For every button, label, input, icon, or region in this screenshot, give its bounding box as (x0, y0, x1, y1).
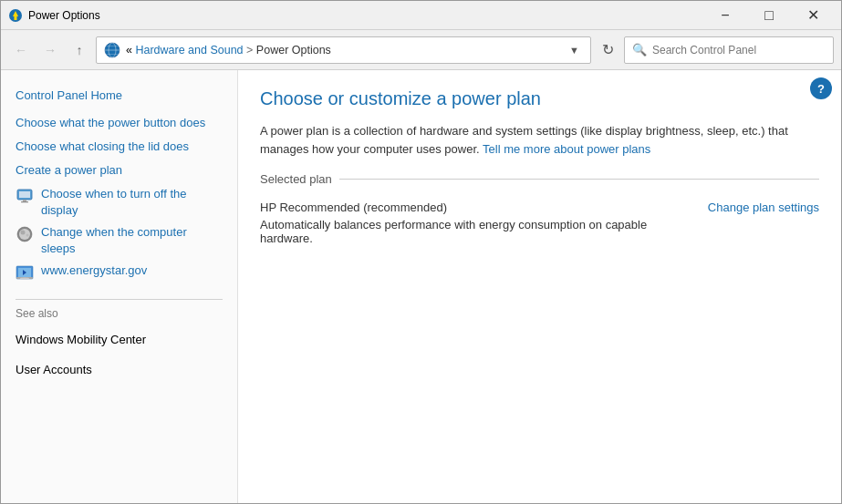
svg-rect-11 (21, 201, 28, 202)
sidebar-section-main: Control Panel Home Choose what the power… (1, 81, 237, 292)
breadcrumb-part2: Power Options (256, 44, 331, 57)
selected-plan-section: Selected plan HP Recommended (recommende… (260, 172, 819, 249)
address-bar: ← → ↑ « Hardware and Sound > Power Optio… (1, 30, 841, 70)
close-button[interactable]: ✕ (792, 1, 834, 30)
tell-more-link[interactable]: Tell me more about power plans (483, 142, 650, 156)
sidebar-item-power-button: Choose what the power button does (16, 111, 223, 135)
window: Power Options − □ ✕ ← → ↑ « Hardware and… (0, 0, 842, 504)
sidebar-item-create-plan: Create a power plan (16, 159, 223, 182)
sidebar-item-computer-sleeps: Change when the computer sleeps (16, 221, 223, 260)
see-also-header: See also (16, 307, 223, 320)
search-box[interactable]: 🔍 (624, 36, 834, 64)
user-accounts-link[interactable]: User Accounts (16, 359, 223, 381)
svg-rect-10 (23, 200, 26, 201)
sidebar: Control Panel Home Choose what the power… (1, 70, 238, 503)
sidebar-item-closing-lid: Choose what closing the lid does (16, 135, 223, 159)
turn-off-display-link[interactable]: Choose when to turn off the display (41, 186, 223, 219)
svg-rect-2 (15, 16, 17, 20)
moon-icon (16, 225, 34, 243)
selected-plan-label: Selected plan (260, 172, 332, 186)
breadcrumb: « Hardware and Sound > Power Options (126, 44, 560, 57)
main-content: Control Panel Home Choose what the power… (1, 70, 841, 503)
breadcrumb-part1[interactable]: Hardware and Sound (135, 44, 243, 57)
search-icon: 🔍 (632, 43, 647, 57)
sidebar-item-windows-mobility: Windows Mobility Center (16, 325, 223, 355)
search-input[interactable] (652, 44, 826, 57)
plan-info: HP Recommended (recommended) Automatical… (260, 201, 693, 245)
page-title: Choose or customize a power plan (260, 88, 819, 109)
svg-point-15 (26, 233, 29, 236)
svg-point-13 (19, 229, 30, 240)
breadcrumb-prefix: « (126, 44, 132, 57)
window-controls: − □ ✕ (704, 1, 834, 30)
control-panel-home-link[interactable]: Control Panel Home (16, 85, 223, 111)
maximize-button[interactable]: □ (748, 1, 790, 30)
plan-row: HP Recommended (recommended) Automatical… (260, 197, 819, 249)
minimize-button[interactable]: − (704, 1, 746, 30)
window-title: Power Options (28, 9, 704, 22)
sidebar-item-turn-off-display: Choose when to turn off the display (16, 183, 223, 221)
closing-lid-link[interactable]: Choose what closing the lid does (16, 139, 223, 155)
computer-sleeps-link[interactable]: Change when the computer sleeps (41, 224, 223, 257)
sidebar-item-user-accounts: User Accounts (16, 355, 223, 385)
sidebar-item-energystar: www.energystar.gov (16, 260, 223, 284)
svg-point-14 (21, 230, 26, 234)
change-plan-settings-link[interactable]: Change plan settings (708, 201, 819, 214)
display-icon (16, 187, 34, 205)
title-bar: Power Options − □ ✕ (1, 1, 841, 30)
plan-divider (339, 179, 819, 180)
globe-icon (104, 42, 120, 58)
svg-rect-9 (19, 191, 30, 198)
plan-description: Automatically balances performance with … (260, 218, 693, 245)
address-field[interactable]: « Hardware and Sound > Power Options ▼ (96, 36, 591, 64)
refresh-button[interactable]: ↻ (595, 37, 620, 63)
description-text: A power plan is a collection of hardware… (260, 122, 807, 158)
plan-name: HP Recommended (recommended) (260, 201, 693, 214)
up-button[interactable]: ↑ (67, 37, 92, 63)
breadcrumb-separator: > (246, 44, 253, 57)
energystar-link[interactable]: www.energystar.gov (41, 262, 223, 279)
svg-point-19 (20, 278, 29, 280)
sidebar-divider (16, 299, 223, 300)
power-button-link[interactable]: Choose what the power button does (16, 115, 223, 131)
back-button[interactable]: ← (8, 37, 34, 63)
selected-plan-header: Selected plan (260, 172, 819, 186)
content-area: ? Choose or customize a power plan A pow… (238, 70, 841, 503)
create-plan-link[interactable]: Create a power plan (16, 162, 223, 179)
address-dropdown-arrow[interactable]: ▼ (566, 43, 583, 57)
help-button[interactable]: ? (810, 77, 832, 99)
forward-button[interactable]: → (37, 37, 63, 63)
help-corner: ? (810, 77, 832, 99)
window-icon (8, 8, 23, 23)
energystar-icon (16, 263, 34, 282)
windows-mobility-link[interactable]: Windows Mobility Center (16, 329, 223, 351)
